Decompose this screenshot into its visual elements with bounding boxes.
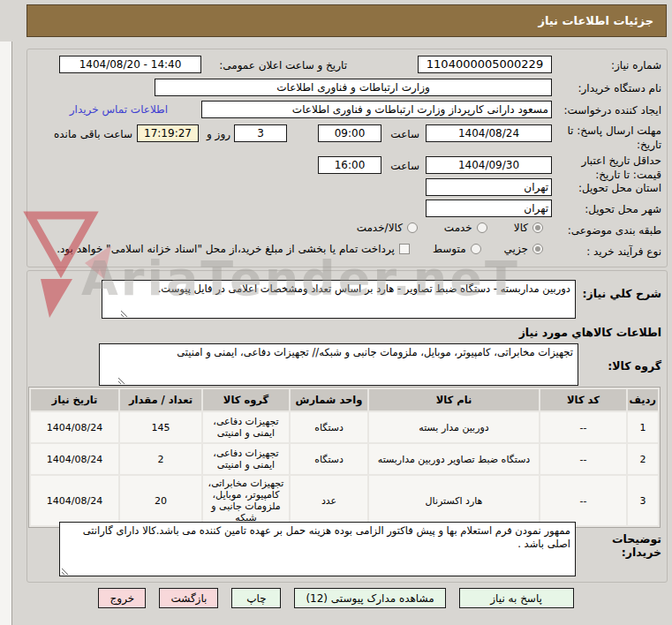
cell-unit: دستگاه [291, 412, 367, 442]
cell-name: هارد اکسترنال [369, 476, 539, 525]
col-group: گروه کالا [203, 389, 289, 410]
cell-date: 1404/08/24 [31, 444, 118, 474]
col-date: تاریخ نیاز [31, 389, 118, 410]
footer-buttons: پاسخ به نیاز مشاهده مدارک پیوستی (12) چا… [0, 588, 672, 608]
deadline-time-field[interactable]: 09:00 [318, 124, 381, 142]
validity-date-field[interactable]: 1404/09/30 [426, 156, 552, 174]
days-remaining-field[interactable]: 3 [234, 124, 287, 142]
radio-service-label: خدمت [444, 222, 472, 234]
col-unit: واحد شمارش [291, 389, 367, 410]
buyer-org-field[interactable]: وزارت ارتباطات و فناوری اطلاعات [155, 79, 552, 96]
announce-field[interactable]: 1404/08/20 - 14:40 [59, 56, 201, 73]
table-row: 3 -- هارد اکسترنال عدد تجهیزات مخابراتی،… [31, 476, 658, 525]
description-textarea[interactable]: دوربین مداربسته - دستگاه ضبط تصاویر - ها… [102, 280, 576, 319]
col-code: کد کالا [540, 389, 626, 410]
radio-icon[interactable] [407, 222, 418, 233]
cell-code: -- [540, 476, 626, 525]
col-quantity: تعداد / مقدار [120, 389, 201, 410]
treasury-checkbox-label: پرداخت تمام یا بخشی از مبلغ خرید،از محل … [57, 243, 395, 255]
cell-quantity: 2 [120, 444, 201, 474]
remaining-label: ساعت باقی مانده [54, 127, 132, 141]
cell-group: تجهیزات دفاعی، ایمنی و امنیتی [203, 444, 289, 474]
city-field[interactable]: تهران [426, 200, 552, 217]
cell-quantity: 145 [120, 412, 201, 442]
need-number-field[interactable]: 1104000005000229 [418, 56, 552, 73]
table-row: 1 -- دوربین مدار بسته دستگاه تجهیزات دفا… [31, 412, 658, 442]
cell-row: 3 [628, 476, 658, 525]
print-button[interactable]: چاپ [231, 588, 281, 608]
radio-partial-label: جزیي [504, 243, 528, 255]
page: جزئیات اطلاعات نیاز شماره نیاز: 11040000… [0, 0, 672, 625]
need-info-panel: شماره نیاز: 1104000005000229 تاریخ و ساع… [26, 49, 668, 267]
cell-row: 1 [628, 412, 658, 442]
cell-date: 1404/08/24 [31, 476, 118, 525]
checkbox-icon[interactable] [399, 244, 410, 254]
page-title: جزئیات اطلاعات نیاز [26, 4, 667, 37]
goods-table: ردیف کد کالا نام کالا واحد شمارش گروه کا… [28, 387, 661, 528]
process-radio-group: جزیي متوسط پرداخت تمام یا بخشی از مبلغ خ… [57, 243, 543, 255]
exit-button[interactable]: خروج [98, 588, 146, 608]
validity-label: حداقل تاریخ اعتبار قیمت: تا تاریخ: [555, 154, 661, 182]
goods-group-textarea[interactable]: تجهیزات مخابراتی، کامپیوتر، موبایل، ملزو… [99, 343, 578, 386]
cell-code: -- [540, 444, 626, 474]
col-name: نام کالا [369, 389, 539, 410]
goods-info-panel: شرح کلي نیاز: دوربین مداربسته - دستگاه ض… [26, 270, 668, 583]
days-and-label: روز و [207, 127, 230, 141]
view-docs-button[interactable]: مشاهده مدارک پیوستی (12) [294, 588, 445, 608]
validity-hour-label: ساعت [390, 159, 419, 173]
notes-textarea[interactable]: ممهور نمودن فرم استعلام بها و پیش فاکتور… [59, 522, 576, 576]
cell-name: دستگاه ضبط تصاویر دوربین مداربسته [369, 444, 539, 474]
respond-button[interactable]: پاسخ به نیاز [459, 588, 574, 608]
deadline-hour-label: ساعت [390, 127, 419, 141]
radio-service[interactable]: خدمت [444, 222, 487, 234]
radio-icon[interactable] [477, 222, 487, 233]
radio-icon[interactable] [471, 244, 481, 254]
left-scrollbar[interactable] [0, 41, 12, 625]
cell-group: تجهیزات مخابراتی، کامپیوتر، موبایل، ملزو… [203, 476, 289, 525]
cell-name: دوربین مدار بسته [369, 412, 539, 442]
table-header-row: ردیف کد کالا نام کالا واحد شمارش گروه کا… [31, 389, 658, 410]
cell-date: 1404/08/24 [31, 412, 118, 442]
category-radio-group: کالا خدمت کالا/خدمت [357, 222, 543, 234]
creator-field[interactable]: مسعود دارانی کارپرداز وزارت ارتباطات و ف… [201, 101, 552, 118]
buyer-org-label: نام دستگاه خریدار: [578, 81, 662, 95]
cell-group: تجهیزات دفاعی، ایمنی و امنیتی [203, 412, 289, 442]
cell-unit: دستگاه [291, 444, 367, 474]
radio-medium-label: متوسط [433, 243, 466, 255]
validity-time-field[interactable]: 16:00 [318, 156, 381, 174]
cell-quantity: 20 [120, 476, 201, 525]
province-label: استان محل تحویل: [578, 181, 661, 195]
goods-group-label: گروه کالا: [608, 359, 661, 373]
back-button[interactable]: بازگشت [159, 588, 218, 608]
cell-unit: عدد [291, 476, 367, 525]
radio-checked-icon[interactable] [532, 244, 543, 254]
announce-label: تاریخ و ساعت اعلان عمومی: [219, 58, 347, 72]
cell-code: -- [540, 412, 626, 442]
treasury-checkbox-item[interactable]: پرداخت تمام یا بخشی از مبلغ خرید،از محل … [57, 243, 410, 255]
radio-partial[interactable]: جزیي [504, 243, 543, 255]
radio-goods-service[interactable]: کالا/خدمت [357, 222, 418, 234]
province-field[interactable]: تهران [426, 178, 552, 196]
deadline-date-field[interactable]: 1404/08/24 [426, 124, 552, 142]
cell-row: 2 [628, 444, 658, 474]
deadline-label: مهلت ارسال پاسخ: تا تاریخ: [555, 124, 661, 152]
city-label: شهر محل تحویل: [585, 202, 661, 216]
radio-goods-service-label: کالا/خدمت [357, 222, 403, 234]
notes-label: توضیحات خریدار: [600, 532, 661, 559]
goods-section-title: اطلاعات کالاهاي مورد نیاز [519, 326, 661, 339]
process-label: نوع فرآیند خرید : [586, 245, 661, 259]
radio-medium[interactable]: متوسط [433, 243, 481, 255]
description-label: شرح کلي نیاز: [583, 287, 661, 300]
radio-goods-label: کالا [514, 222, 528, 234]
category-label: طبقه بندی موضوعی: [568, 223, 661, 237]
radio-checked-icon[interactable] [532, 222, 543, 233]
need-number-label: شماره نیاز: [611, 58, 661, 72]
creator-label: ایجاد کننده درخواست: [563, 103, 661, 117]
col-row: ردیف [628, 389, 658, 410]
radio-goods[interactable]: کالا [514, 222, 543, 234]
table-row: 2 -- دستگاه ضبط تصاویر دوربین مداربسته د… [31, 444, 658, 474]
buyer-contact-link[interactable]: اطلاعات تماس خریدار [70, 103, 168, 116]
time-remaining-field[interactable]: 17:19:27 [137, 124, 199, 142]
